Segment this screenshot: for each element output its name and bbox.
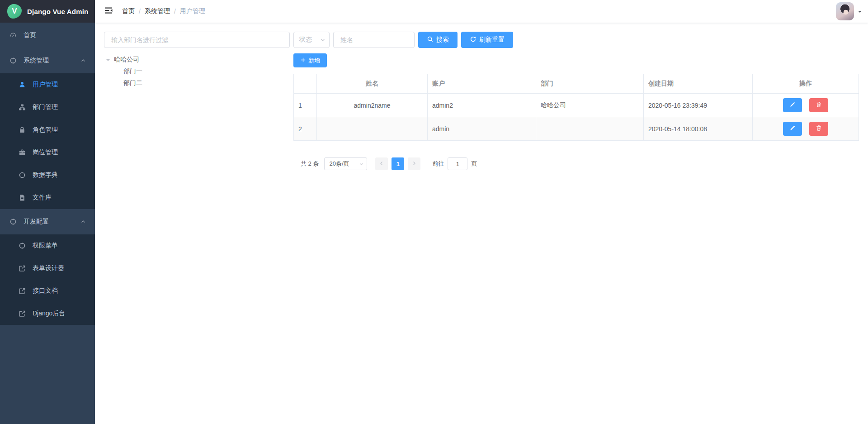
table-row: 1 admin2name admin2 哈哈公司 2020-05-16 23:3…	[294, 94, 859, 117]
sidebar-item-role-management[interactable]: 角色管理	[0, 119, 95, 141]
users-table: 姓名 账户 部门 创建日期 操作 1 admin2name admin2 哈哈公	[293, 74, 859, 141]
next-page-button[interactable]	[408, 157, 420, 170]
cell-created: 2020-05-14 18:00:08	[644, 117, 753, 141]
org-tree-icon	[18, 104, 26, 111]
page-content: 哈哈公司 部门一 部门二 状态	[95, 23, 868, 179]
sidebar-item-label: 接口文档	[33, 287, 58, 295]
sidebar-item-form-designer[interactable]: 表单设计器	[0, 257, 95, 280]
cell-created: 2020-05-16 23:39:49	[644, 94, 753, 117]
sidebar-item-home[interactable]: 首页	[0, 23, 95, 48]
topbar: 首页 / 系统管理 / 用户管理	[95, 0, 868, 23]
cell-name	[317, 117, 428, 141]
search-button[interactable]: 搜索	[418, 32, 458, 48]
search-button-label: 搜索	[436, 36, 449, 44]
sidebar-item-user-management[interactable]: 用户管理	[0, 73, 95, 96]
delete-button[interactable]	[809, 98, 828, 112]
app-title: Django Vue Admin	[27, 8, 88, 15]
tree-node-child[interactable]: 部门二	[104, 77, 290, 89]
col-actions: 操作	[753, 74, 859, 94]
dept-filter-input[interactable]	[104, 32, 290, 48]
chevron-left-icon	[379, 161, 384, 167]
cell-actions	[753, 117, 859, 141]
chevron-down-icon	[320, 37, 326, 43]
sidebar-submenu-dev: 权限菜单 表单设计器 接口文档	[0, 234, 95, 325]
goto-page-input[interactable]	[448, 157, 467, 170]
sidebar-item-data-dictionary[interactable]: 数据字典	[0, 164, 95, 186]
lock-icon	[18, 126, 26, 133]
chevron-down-icon	[359, 162, 364, 167]
page-number-button[interactable]: 1	[392, 157, 404, 170]
trash-icon	[816, 125, 822, 133]
page-size-value: 20条/页	[329, 160, 349, 168]
caret-down-icon[interactable]	[858, 11, 862, 14]
sidebar-item-api-docs[interactable]: 接口文档	[0, 280, 95, 302]
tree-node-label: 哈哈公司	[114, 56, 139, 64]
department-tree-panel: 哈哈公司 部门一 部门二	[104, 32, 290, 89]
sidebar-item-post-management[interactable]: 岗位管理	[0, 141, 95, 164]
col-created: 创建日期	[644, 74, 753, 94]
status-select-placeholder: 状态	[299, 36, 312, 44]
user-avatar[interactable]	[836, 2, 854, 20]
external-link-icon	[18, 310, 26, 317]
pencil-icon	[789, 101, 796, 109]
sidebar-item-label: 文件库	[33, 194, 52, 202]
sidebar-item-label: 首页	[24, 31, 36, 39]
goto-label: 前往	[432, 160, 444, 168]
prev-page-button[interactable]	[375, 157, 388, 170]
name-filter-input[interactable]	[333, 32, 415, 48]
user-icon	[18, 81, 26, 88]
sidebar-item-department-management[interactable]: 部门管理	[0, 96, 95, 119]
refresh-reset-button-label: 刷新重置	[479, 36, 505, 44]
cell-actions	[753, 94, 859, 117]
trash-icon	[816, 101, 822, 109]
sidebar-item-label: Django后台	[33, 310, 65, 318]
add-button-label: 新增	[308, 57, 320, 65]
main-area: 首页 / 系统管理 / 用户管理 哈哈公司	[95, 0, 868, 424]
app-root: V Django Vue Admin 首页 系统管理	[0, 0, 868, 424]
col-index	[294, 74, 317, 94]
tree-node-root[interactable]: 哈哈公司	[104, 54, 290, 66]
sidebar-item-django-admin[interactable]: Django后台	[0, 302, 95, 325]
status-select[interactable]: 状态	[293, 32, 330, 48]
tree-node-child[interactable]: 部门一	[104, 66, 290, 77]
vue-logo-icon: V	[7, 4, 22, 19]
refresh-icon	[470, 36, 476, 44]
sidebar-toggle[interactable]	[100, 0, 117, 23]
breadcrumb-item-system[interactable]: 系统管理	[145, 7, 170, 15]
sidebar-group-system-header[interactable]: 系统管理	[0, 48, 95, 73]
dashboard-icon	[9, 32, 17, 39]
sidebar-item-file-library[interactable]: 文件库	[0, 186, 95, 209]
breadcrumb: 首页 / 系统管理 / 用户管理	[122, 7, 205, 15]
col-name: 姓名	[317, 74, 428, 94]
delete-button[interactable]	[809, 122, 828, 136]
sidebar-group-label: 开发配置	[24, 218, 49, 226]
sidebar-group-system: 系统管理 用户管理	[0, 48, 95, 209]
department-tree: 哈哈公司 部门一 部门二	[104, 54, 290, 89]
caret-down-icon[interactable]	[106, 59, 110, 63]
sidebar-submenu-system: 用户管理 部门管理 角色管理	[0, 73, 95, 209]
chevron-up-icon	[80, 219, 86, 224]
page-size-select[interactable]: 20条/页	[324, 157, 367, 170]
sidebar-group-dev: 开发配置 权限菜单	[0, 209, 95, 325]
fold-menu-icon	[104, 6, 113, 17]
sidebar-group-dev-header[interactable]: 开发配置	[0, 209, 95, 234]
user-list-panel: 状态 搜索	[293, 32, 859, 170]
pagination: 共 2 条 20条/页 1	[293, 157, 859, 170]
plus-icon	[300, 57, 306, 64]
pencil-icon	[789, 125, 796, 133]
filter-row: 状态 搜索	[293, 32, 859, 48]
cell-department	[536, 117, 644, 141]
app-logo[interactable]: V Django Vue Admin	[0, 0, 95, 23]
breadcrumb-separator: /	[174, 8, 176, 15]
edit-button[interactable]	[783, 122, 802, 136]
edit-button[interactable]	[783, 98, 802, 112]
breadcrumb-item-home[interactable]: 首页	[122, 7, 135, 15]
col-department: 部门	[536, 74, 644, 94]
briefcase-icon	[18, 149, 26, 156]
sidebar-item-label: 用户管理	[33, 81, 58, 89]
cell-account: admin2	[428, 94, 536, 117]
sidebar-item-permission-menu[interactable]: 权限菜单	[0, 234, 95, 257]
add-button[interactable]: 新增	[293, 53, 327, 67]
sidebar-item-label: 表单设计器	[33, 264, 64, 272]
refresh-reset-button[interactable]: 刷新重置	[461, 32, 513, 48]
